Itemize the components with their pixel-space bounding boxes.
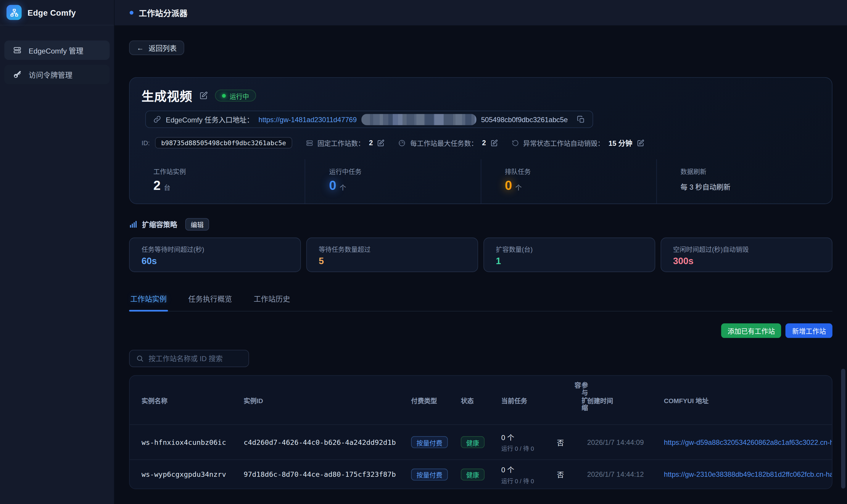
- comfyui-url-link[interactable]: https://gw-d59a88c320534260862a8c1af63c3…: [664, 438, 832, 446]
- meta-auto-destroy: 异常状态工作站自动销毁： 15 分钟: [511, 138, 644, 148]
- workstation-table: 实例名称 实例ID 付费类型 状态 当前任务 参与扩缩容 创建时间 COMFYU…: [129, 375, 832, 489]
- search-icon: [136, 355, 144, 362]
- policy-card-wait-time: 任务等待时间超过(秒) 60s: [129, 237, 301, 272]
- page-scrollbar-thumb[interactable]: [841, 369, 846, 489]
- table-actions: 添加已有工作站 新增工作站: [129, 323, 832, 338]
- table-header-row: 实例名称 实例ID 付费类型 状态 当前任务 参与扩缩容 创建时间 COMFYU…: [130, 376, 832, 424]
- detail-title-row: 生成视频 运行中: [141, 86, 820, 105]
- sidebar-item-edgecomfy-manage[interactable]: EdgeComfy 管理: [4, 40, 110, 60]
- green-dot-icon: [222, 94, 226, 97]
- search-input[interactable]: [148, 354, 242, 362]
- redacted-url-blur: [361, 113, 476, 125]
- edit-auto-destroy-icon[interactable]: [637, 139, 644, 147]
- dispatcher-id-row: ID: b98735d88505498cb0f9dbc3261abc5e 固定工…: [141, 137, 820, 148]
- meta-fixed-workstations: 固定工作站数： 2: [305, 138, 385, 148]
- running-status-badge: 运行中: [215, 90, 256, 102]
- policy-card-scale-count: 扩容数量(台) 1: [483, 237, 655, 272]
- stat-workstation-instances: 工作站实例 2 台: [130, 159, 305, 203]
- health-badge: 健康: [461, 436, 484, 448]
- link-icon: [153, 116, 161, 123]
- table-row[interactable]: ws-hfnxiox4cunbz06ic c4d260d7-4626-44c0-…: [130, 425, 832, 460]
- policy-card-idle-destroy: 空闲时间超过(秒)自动销毁 300s: [660, 237, 832, 272]
- status-dot-icon: [130, 11, 134, 15]
- gauge-icon: [398, 139, 406, 147]
- id-label: ID:: [141, 139, 150, 147]
- stat-value: 2: [153, 179, 160, 192]
- table-row[interactable]: ws-wyp6cgxgpdu34nzrv 97d18d6c-8d70-44ce-…: [130, 459, 832, 489]
- stat-value: 0: [329, 179, 336, 192]
- tab-task-overview[interactable]: 任务执行概览: [187, 288, 233, 311]
- tab-workstation-history[interactable]: 工作站历史: [252, 288, 291, 311]
- app-logo: Edge Comfy: [0, 0, 114, 25]
- meta-max-tasks: 每工作站最大任务数： 2: [398, 138, 498, 148]
- entry-url-prefix: https://gw-1481ad23011d47769: [258, 115, 357, 123]
- policy-cards: 任务等待时间超过(秒) 60s 等待任务数量超过 5 扩容数量(台) 1 空闲时…: [129, 237, 847, 272]
- entry-url-suffix: 505498cb0f9dbc3261abc5e: [481, 115, 568, 123]
- bar-chart-icon: [129, 220, 137, 228]
- sitemap-logo-icon: [6, 5, 22, 20]
- billing-badge: 按量付费: [411, 468, 448, 480]
- sidebar: Edge Comfy EdgeComfy 管理: [0, 0, 114, 504]
- server-icon: [13, 46, 22, 54]
- create-workstation-button[interactable]: 新增工作站: [786, 323, 832, 338]
- health-badge: 健康: [461, 468, 484, 480]
- edit-max-tasks-icon[interactable]: [490, 139, 498, 147]
- stat-running-tasks: 运行中任务 0 个: [305, 159, 481, 203]
- edit-fixed-workstations-icon[interactable]: [377, 139, 385, 147]
- arrow-left-icon: ←: [137, 44, 144, 52]
- page-title: 工作站分派器: [139, 7, 187, 18]
- task-entry-url-bar: EdgeComfy 任务入口地址： https://gw-1481ad23011…: [145, 111, 593, 128]
- add-existing-workstation-button[interactable]: 添加已有工作站: [721, 323, 781, 338]
- scaling-policy-title: 扩缩容策略: [142, 219, 177, 230]
- sidebar-nav: EdgeComfy 管理 访问令牌管理: [0, 25, 114, 84]
- sidebar-item-label: 访问令牌管理: [29, 69, 72, 80]
- logo-text: Edge Comfy: [28, 8, 76, 17]
- edit-name-icon[interactable]: [199, 91, 208, 100]
- stat-queued-tasks: 排队任务 0 个: [481, 159, 656, 203]
- history-clock-icon: [511, 139, 519, 147]
- billing-badge: 按量付费: [411, 436, 448, 448]
- comfyui-url-link[interactable]: https://gw-2310e38388db49c182b81d2ffc062…: [664, 470, 832, 478]
- stat-data-refresh: 数据刷新 每 3 秒自动刷新: [656, 159, 832, 203]
- dispatcher-name: 生成视频: [141, 86, 192, 105]
- main-content: ← 返回列表 生成视频 运行中: [114, 25, 847, 504]
- dispatcher-detail-card: 生成视频 运行中: [129, 77, 832, 204]
- policy-card-queue-threshold: 等待任务数量超过 5: [306, 237, 478, 272]
- edit-scaling-policy-button[interactable]: 编辑: [185, 218, 209, 230]
- app-root: Edge Comfy EdgeComfy 管理: [0, 0, 847, 504]
- workstation-search: [129, 350, 249, 367]
- server-icon: [305, 139, 313, 147]
- stats-row: 工作站实例 2 台 运行中任务 0 个 排队任务 0: [130, 159, 832, 203]
- dispatcher-id-value: b98735d88505498cb0f9dbc3261abc5e: [155, 137, 292, 148]
- key-icon: [13, 70, 22, 79]
- entry-url-label: EdgeComfy 任务入口地址：: [166, 114, 254, 125]
- sidebar-item-label: EdgeComfy 管理: [29, 45, 84, 56]
- copy-url-icon[interactable]: [577, 115, 585, 123]
- stat-value: 0: [505, 179, 512, 192]
- scaling-policy-header: 扩缩容策略 编辑: [129, 218, 847, 230]
- detail-tabs: 工作站实例 任务执行概览 工作站历史: [129, 288, 832, 311]
- topbar: 工作站分派器: [114, 0, 847, 25]
- tab-workstation-instances[interactable]: 工作站实例: [129, 288, 168, 311]
- back-to-list-button[interactable]: ← 返回列表: [129, 40, 184, 55]
- sidebar-item-access-tokens[interactable]: 访问令牌管理: [4, 65, 110, 84]
